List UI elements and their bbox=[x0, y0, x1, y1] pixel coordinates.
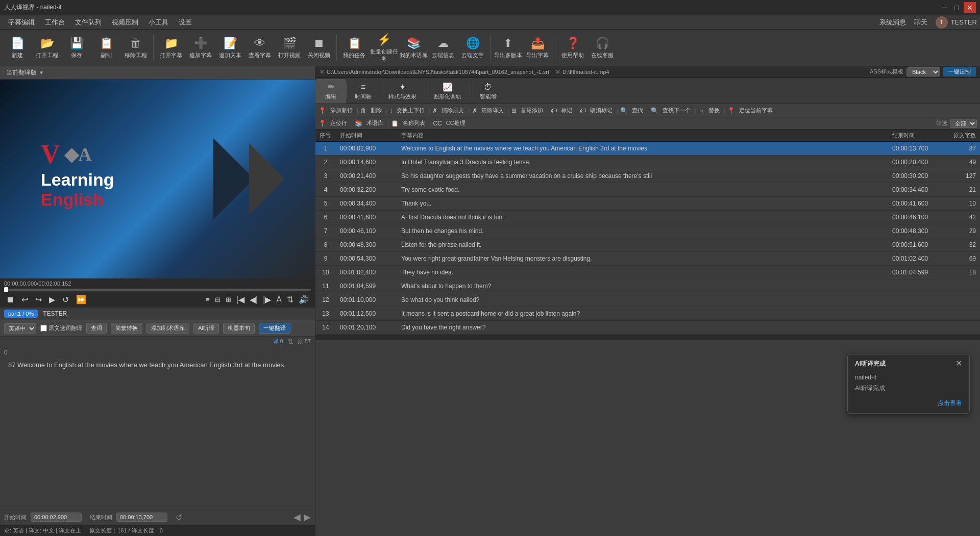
menu-workspace[interactable]: 工作台 bbox=[40, 16, 70, 29]
table-row[interactable]: 1400:01:20,100Did you have the right ans… bbox=[315, 321, 980, 335]
export-subtitle-button[interactable]: 📤 导出字幕 bbox=[523, 32, 552, 64]
machine-translate-button[interactable]: 机器本句 bbox=[223, 323, 255, 334]
menu-file-queue[interactable]: 文件队列 bbox=[70, 16, 107, 29]
progress-bar[interactable] bbox=[4, 289, 311, 291]
path-close-1[interactable]: ✕ bbox=[320, 68, 325, 75]
start-time-input[interactable] bbox=[31, 513, 82, 522]
my-library-button[interactable]: 📚 我的术语库 bbox=[399, 32, 428, 64]
speed-button[interactable]: ⏩ bbox=[74, 294, 88, 305]
align-center-btn[interactable]: ⊟ bbox=[213, 295, 223, 304]
menu-tools[interactable]: 小工具 bbox=[143, 16, 174, 29]
add-to-lib-button[interactable]: 添加到术语库 bbox=[146, 323, 189, 334]
tab-style[interactable]: ✦ 样式与效果 bbox=[380, 79, 425, 104]
end-time-input[interactable] bbox=[116, 513, 167, 522]
trans-content-area[interactable]: 87 Welcome to English at the movies wher… bbox=[0, 358, 315, 509]
batch-create-button[interactable]: ⚡ 批量创建任务 bbox=[370, 32, 398, 64]
menu-subtitle-edit[interactable]: 字幕编辑 bbox=[3, 16, 40, 29]
loop-time-icon[interactable]: ↺ bbox=[176, 513, 182, 522]
locate-row-btn[interactable]: 定位行 bbox=[328, 118, 349, 128]
cloud-text-button[interactable]: 🌐 云端文字 bbox=[458, 32, 487, 64]
trans-lang-select[interactable]: 英译中 bbox=[4, 323, 36, 334]
mark-btn[interactable]: 标记 bbox=[559, 106, 574, 115]
copy-button[interactable]: 📋 副制 bbox=[92, 32, 120, 64]
name-list-btn[interactable]: 名称列表 bbox=[401, 118, 427, 128]
volume-btn[interactable]: 🔊 bbox=[297, 294, 311, 305]
head-tail-btn[interactable]: 首尾添加 bbox=[519, 106, 545, 115]
query-button[interactable]: 查词 bbox=[86, 323, 107, 334]
table-row[interactable]: 1300:01:12,500It means is it sent a post… bbox=[315, 307, 980, 321]
font-size-btn[interactable]: A bbox=[274, 294, 284, 305]
online-help-button[interactable]: 🎧 在线客服 bbox=[588, 32, 617, 64]
tab-graph[interactable]: 📈 图形化调轨 bbox=[425, 79, 470, 104]
search-btn[interactable]: 查找 bbox=[630, 106, 645, 115]
table-row[interactable]: 700:00:46,100But then he changes his min… bbox=[315, 224, 980, 238]
open-project-button[interactable]: 📂 打开工程 bbox=[33, 32, 61, 64]
ass-style-select[interactable]: Black White Yellow bbox=[906, 67, 940, 76]
next-button[interactable]: ▶ bbox=[304, 512, 311, 523]
table-row[interactable]: 500:00:34,400Thank you.00:00:41,60010 bbox=[315, 197, 980, 211]
tab-edit[interactable]: ✏ 编辑 bbox=[315, 79, 346, 104]
clear-trans-btn[interactable]: 清除译文 bbox=[479, 106, 506, 115]
term-lib-btn[interactable]: 术语库 bbox=[364, 118, 385, 128]
align-left-btn[interactable]: ≡ bbox=[204, 295, 212, 304]
table-row[interactable]: 100:00:02,900Welcome to English at the m… bbox=[315, 142, 980, 156]
simplify-button[interactable]: 简繁转换 bbox=[111, 323, 142, 334]
unmark-btn[interactable]: 取消标记 bbox=[588, 106, 615, 115]
cc-process-btn[interactable]: CC处理 bbox=[444, 118, 468, 128]
view-subtitle-button[interactable]: 👁 查看字幕 bbox=[246, 32, 274, 64]
loop-button[interactable]: ↺ bbox=[60, 294, 71, 305]
align-right-btn[interactable]: ⊞ bbox=[224, 295, 233, 304]
delete-row-btn[interactable]: 删除 bbox=[369, 106, 384, 115]
filter-select[interactable]: 全部 bbox=[950, 119, 977, 128]
swap-row-btn[interactable]: 交换上下行 bbox=[395, 106, 427, 115]
path-close-2[interactable]: ✕ bbox=[555, 68, 560, 75]
replace-btn[interactable]: 替换 bbox=[706, 106, 722, 115]
locate-btn[interactable]: 定位当前字幕 bbox=[737, 106, 775, 115]
prev-button[interactable]: ◀ bbox=[293, 512, 301, 523]
minimize-button[interactable]: ─ bbox=[937, 2, 949, 13]
new-button[interactable]: 📄 新建 bbox=[3, 32, 32, 64]
tab-timeline[interactable]: ≡ 时间轴 bbox=[347, 79, 380, 104]
table-row[interactable]: 1200:01:10,000So what do you think naile… bbox=[315, 293, 980, 307]
add-text-button[interactable]: 📝 追加文本 bbox=[216, 32, 244, 64]
close-video-button[interactable]: ⏹ 关闭视频 bbox=[305, 32, 333, 64]
open-subtitle-button[interactable]: 📁 打开字幕 bbox=[157, 32, 185, 64]
sys-msg-link[interactable]: 系统消息 bbox=[879, 18, 906, 27]
back-btn[interactable]: ◀| bbox=[248, 294, 260, 305]
close-button[interactable]: ✕ bbox=[964, 2, 976, 13]
ai-popup-link[interactable]: 点击查看 bbox=[855, 398, 962, 408]
help-button[interactable]: ❓ 使用帮助 bbox=[558, 32, 587, 64]
add-subtitle-button[interactable]: ➕ 追加字幕 bbox=[186, 32, 215, 64]
next-sub-btn[interactable]: |▶ bbox=[261, 294, 273, 305]
table-row[interactable]: 400:00:32,200Try some exotic food.00:00:… bbox=[315, 183, 980, 197]
menu-settings[interactable]: 设置 bbox=[174, 16, 197, 29]
swap-icon[interactable]: ⇅ bbox=[287, 338, 293, 346]
play-button[interactable]: ▶ bbox=[47, 294, 57, 305]
maximize-button[interactable]: □ bbox=[950, 2, 963, 13]
table-row[interactable]: 600:00:41,600At first Dracula does not t… bbox=[315, 211, 980, 224]
table-row[interactable]: 1100:01:04,599What's about to happen to … bbox=[315, 279, 980, 293]
save-button[interactable]: 💾 保存 bbox=[62, 32, 91, 64]
table-row[interactable]: 300:00:21,400So his daughter suggests th… bbox=[315, 169, 980, 183]
table-row[interactable]: 200:00:14,600In Hotel Transylvania 3 Dra… bbox=[315, 156, 980, 169]
prev-sub-btn[interactable]: |◀ bbox=[234, 294, 247, 305]
add-new-row-btn[interactable]: 添加新行 bbox=[328, 106, 355, 115]
upload-subtitle-button[interactable]: ⬆ 导出多版本 bbox=[494, 32, 522, 64]
stop-button[interactable]: ⏹ bbox=[4, 294, 16, 305]
original-word-select-checkbox[interactable]: 原文选词翻译 bbox=[40, 324, 82, 332]
version-dropdown-icon[interactable]: ▼ bbox=[39, 70, 44, 75]
subtitle-table-wrapper[interactable]: 序号 开始时间 字幕内容 结束时间 原文字数 100:00:02,900Welc… bbox=[315, 130, 980, 536]
cloud-info-button[interactable]: ☁ 云端信息 bbox=[429, 32, 457, 64]
ai-popup-close-button[interactable]: ✕ bbox=[955, 360, 962, 368]
flip-btn[interactable]: ⇅ bbox=[285, 294, 296, 305]
clear-orig-btn[interactable]: 清除原文 bbox=[439, 106, 466, 115]
table-row[interactable]: 800:00:48,300Listen for the phrase naile… bbox=[315, 238, 980, 252]
current-version-label[interactable]: 当前翻译版 bbox=[6, 68, 37, 77]
menu-video-compress[interactable]: 视频压制 bbox=[107, 16, 143, 29]
ai-listen-button[interactable]: AI听译 bbox=[193, 323, 219, 334]
find-next-btn[interactable]: 查找下一个 bbox=[660, 106, 693, 115]
open-video-button[interactable]: 🎬 打开视频 bbox=[275, 32, 304, 64]
chat-link[interactable]: 聊天 bbox=[914, 18, 927, 27]
one-click-compress-button[interactable]: 一键压制 bbox=[943, 67, 976, 76]
forward5-button[interactable]: ↪ bbox=[33, 294, 44, 305]
